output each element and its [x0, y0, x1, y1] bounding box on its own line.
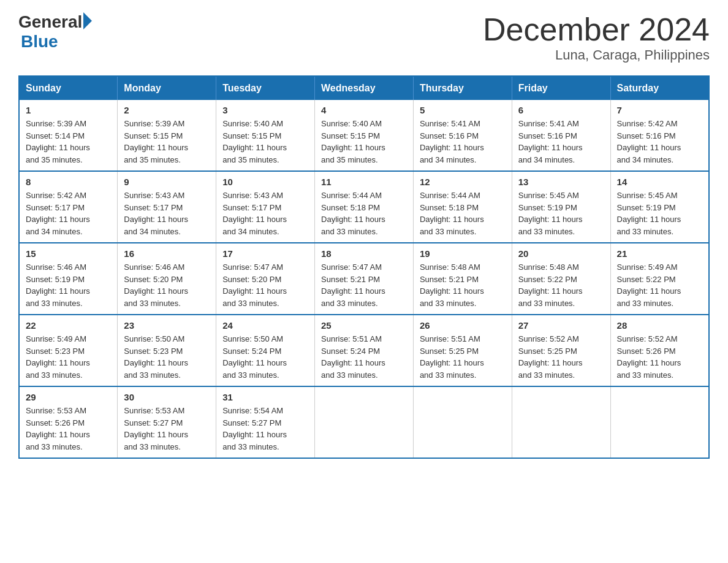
day-info: Sunrise: 5:43 AMSunset: 5:17 PMDaylight:…	[222, 190, 308, 237]
day-info: Sunrise: 5:48 AMSunset: 5:22 PMDaylight:…	[518, 261, 604, 309]
calendar-cell: 29Sunrise: 5:53 AMSunset: 5:26 PMDayligh…	[19, 386, 118, 458]
logo-arrow-icon	[83, 12, 92, 29]
weekday-header-saturday: Saturday	[610, 76, 709, 100]
day-number: 23	[124, 320, 210, 331]
day-info: Sunrise: 5:51 AMSunset: 5:24 PMDaylight:…	[321, 333, 407, 381]
page-header: General Blue December 2024 Luna, Caraga,…	[18, 12, 710, 63]
day-info: Sunrise: 5:54 AMSunset: 5:27 PMDaylight:…	[222, 405, 308, 453]
day-info: Sunrise: 5:47 AMSunset: 5:20 PMDaylight:…	[222, 261, 308, 309]
day-info: Sunrise: 5:41 AMSunset: 5:16 PMDaylight:…	[420, 118, 506, 166]
calendar-cell: 16Sunrise: 5:46 AMSunset: 5:20 PMDayligh…	[118, 243, 216, 315]
day-number: 14	[617, 177, 702, 187]
day-number: 8	[26, 177, 111, 187]
day-info: Sunrise: 5:52 AMSunset: 5:25 PMDaylight:…	[518, 333, 604, 381]
day-number: 11	[321, 177, 407, 187]
day-number: 6	[518, 105, 604, 115]
calendar-cell: 21Sunrise: 5:49 AMSunset: 5:22 PMDayligh…	[610, 243, 709, 315]
calendar-week-row: 8Sunrise: 5:42 AMSunset: 5:17 PMDaylight…	[19, 171, 709, 243]
calendar-cell: 30Sunrise: 5:53 AMSunset: 5:27 PMDayligh…	[118, 386, 216, 458]
day-number: 28	[617, 320, 702, 331]
weekday-header-tuesday: Tuesday	[216, 76, 315, 100]
day-number: 7	[617, 105, 702, 115]
calendar-cell: 26Sunrise: 5:51 AMSunset: 5:25 PMDayligh…	[413, 315, 512, 386]
calendar-cell: 31Sunrise: 5:54 AMSunset: 5:27 PMDayligh…	[216, 386, 315, 458]
day-number: 1	[26, 105, 111, 115]
calendar-cell: 11Sunrise: 5:44 AMSunset: 5:18 PMDayligh…	[315, 171, 414, 243]
day-number: 16	[124, 248, 210, 259]
day-info: Sunrise: 5:46 AMSunset: 5:19 PMDaylight:…	[26, 261, 111, 309]
day-info: Sunrise: 5:44 AMSunset: 5:18 PMDaylight:…	[420, 190, 506, 237]
day-number: 29	[26, 392, 111, 402]
calendar-cell: 7Sunrise: 5:42 AMSunset: 5:16 PMDaylight…	[610, 100, 709, 171]
day-number: 13	[518, 177, 604, 187]
day-info: Sunrise: 5:42 AMSunset: 5:16 PMDaylight:…	[617, 118, 702, 166]
day-number: 22	[26, 320, 111, 331]
calendar-cell: 1Sunrise: 5:39 AMSunset: 5:14 PMDaylight…	[19, 100, 118, 171]
day-number: 15	[26, 248, 111, 259]
calendar-cell: 3Sunrise: 5:40 AMSunset: 5:15 PMDaylight…	[216, 100, 315, 171]
calendar-cell: 28Sunrise: 5:52 AMSunset: 5:26 PMDayligh…	[610, 315, 709, 386]
calendar-cell: 4Sunrise: 5:40 AMSunset: 5:15 PMDaylight…	[315, 100, 414, 171]
day-info: Sunrise: 5:47 AMSunset: 5:21 PMDaylight:…	[321, 261, 407, 309]
weekday-header-monday: Monday	[118, 76, 216, 100]
day-number: 26	[420, 320, 506, 331]
calendar-cell: 2Sunrise: 5:39 AMSunset: 5:15 PMDaylight…	[118, 100, 216, 171]
calendar-cell: 13Sunrise: 5:45 AMSunset: 5:19 PMDayligh…	[512, 171, 610, 243]
calendar-cell: 6Sunrise: 5:41 AMSunset: 5:16 PMDaylight…	[512, 100, 610, 171]
calendar-cell: 8Sunrise: 5:42 AMSunset: 5:17 PMDaylight…	[19, 171, 118, 243]
day-number: 4	[321, 105, 407, 115]
calendar-cell	[315, 386, 414, 458]
location-subtitle: Luna, Caraga, Philippines	[483, 47, 710, 63]
day-info: Sunrise: 5:41 AMSunset: 5:16 PMDaylight:…	[518, 118, 604, 166]
calendar-cell	[512, 386, 610, 458]
calendar-cell: 27Sunrise: 5:52 AMSunset: 5:25 PMDayligh…	[512, 315, 610, 386]
day-info: Sunrise: 5:49 AMSunset: 5:22 PMDaylight:…	[617, 261, 702, 309]
day-number: 19	[420, 248, 506, 259]
day-info: Sunrise: 5:52 AMSunset: 5:26 PMDaylight:…	[617, 333, 702, 381]
day-info: Sunrise: 5:39 AMSunset: 5:14 PMDaylight:…	[26, 118, 111, 166]
month-title: December 2024	[483, 12, 710, 47]
day-info: Sunrise: 5:43 AMSunset: 5:17 PMDaylight:…	[124, 190, 210, 237]
day-info: Sunrise: 5:46 AMSunset: 5:20 PMDaylight:…	[124, 261, 210, 309]
day-number: 12	[420, 177, 506, 187]
day-info: Sunrise: 5:40 AMSunset: 5:15 PMDaylight:…	[222, 118, 308, 166]
day-number: 31	[222, 392, 308, 402]
calendar-cell	[413, 386, 512, 458]
weekday-header-sunday: Sunday	[19, 76, 118, 100]
calendar-cell: 20Sunrise: 5:48 AMSunset: 5:22 PMDayligh…	[512, 243, 610, 315]
calendar-week-row: 15Sunrise: 5:46 AMSunset: 5:19 PMDayligh…	[19, 243, 709, 315]
day-number: 2	[124, 105, 210, 115]
weekday-header-friday: Friday	[512, 76, 610, 100]
day-info: Sunrise: 5:45 AMSunset: 5:19 PMDaylight:…	[518, 190, 604, 237]
day-number: 10	[222, 177, 308, 187]
day-number: 5	[420, 105, 506, 115]
calendar-cell: 15Sunrise: 5:46 AMSunset: 5:19 PMDayligh…	[19, 243, 118, 315]
calendar-cell: 17Sunrise: 5:47 AMSunset: 5:20 PMDayligh…	[216, 243, 315, 315]
logo: General Blue	[18, 12, 92, 52]
calendar-cell: 25Sunrise: 5:51 AMSunset: 5:24 PMDayligh…	[315, 315, 414, 386]
day-info: Sunrise: 5:53 AMSunset: 5:26 PMDaylight:…	[26, 405, 111, 453]
calendar-week-row: 22Sunrise: 5:49 AMSunset: 5:23 PMDayligh…	[19, 315, 709, 386]
calendar-table: SundayMondayTuesdayWednesdayThursdayFrid…	[18, 75, 710, 459]
calendar-cell: 9Sunrise: 5:43 AMSunset: 5:17 PMDaylight…	[118, 171, 216, 243]
calendar-cell: 18Sunrise: 5:47 AMSunset: 5:21 PMDayligh…	[315, 243, 414, 315]
calendar-cell: 12Sunrise: 5:44 AMSunset: 5:18 PMDayligh…	[413, 171, 512, 243]
calendar-cell: 22Sunrise: 5:49 AMSunset: 5:23 PMDayligh…	[19, 315, 118, 386]
calendar-cell: 19Sunrise: 5:48 AMSunset: 5:21 PMDayligh…	[413, 243, 512, 315]
day-info: Sunrise: 5:45 AMSunset: 5:19 PMDaylight:…	[617, 190, 702, 237]
day-info: Sunrise: 5:51 AMSunset: 5:25 PMDaylight:…	[420, 333, 506, 381]
day-info: Sunrise: 5:39 AMSunset: 5:15 PMDaylight:…	[124, 118, 210, 166]
day-number: 24	[222, 320, 308, 331]
day-number: 30	[124, 392, 210, 402]
day-info: Sunrise: 5:53 AMSunset: 5:27 PMDaylight:…	[124, 405, 210, 453]
day-number: 17	[222, 248, 308, 259]
calendar-cell: 5Sunrise: 5:41 AMSunset: 5:16 PMDaylight…	[413, 100, 512, 171]
title-block: December 2024 Luna, Caraga, Philippines	[483, 12, 710, 63]
calendar-cell	[610, 386, 709, 458]
calendar-cell: 10Sunrise: 5:43 AMSunset: 5:17 PMDayligh…	[216, 171, 315, 243]
day-info: Sunrise: 5:49 AMSunset: 5:23 PMDaylight:…	[26, 333, 111, 381]
calendar-week-row: 29Sunrise: 5:53 AMSunset: 5:26 PMDayligh…	[19, 386, 709, 458]
weekday-header-row: SundayMondayTuesdayWednesdayThursdayFrid…	[19, 76, 709, 100]
logo-general: General	[18, 12, 82, 32]
day-info: Sunrise: 5:40 AMSunset: 5:15 PMDaylight:…	[321, 118, 407, 166]
